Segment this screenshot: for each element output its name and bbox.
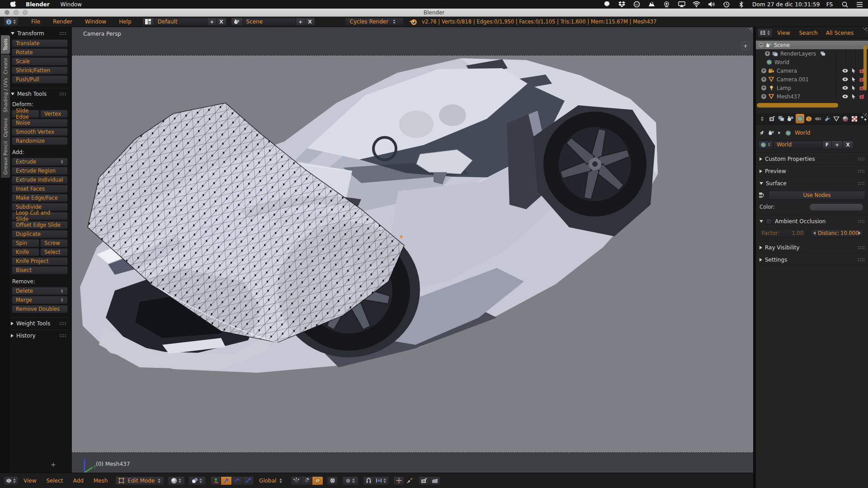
- visibility-eye-icon[interactable]: [842, 94, 848, 99]
- noise-button[interactable]: Noise: [12, 119, 68, 127]
- input-source-label[interactable]: FS: [826, 1, 833, 8]
- window-menu[interactable]: Window: [79, 19, 113, 25]
- tab-render[interactable]: [768, 114, 777, 123]
- screen-layout-name[interactable]: Default: [154, 18, 208, 26]
- pivot-center-button[interactable]: [189, 476, 206, 485]
- merge-button[interactable]: Merge: [12, 296, 68, 304]
- world-name-field[interactable]: World: [773, 141, 823, 149]
- properties-region-expand-button[interactable]: +: [741, 42, 750, 50]
- transform-panel-header[interactable]: Transform: [11, 30, 68, 37]
- screw-button[interactable]: Screw: [40, 239, 68, 247]
- dropbox-icon[interactable]: [618, 1, 626, 8]
- shelf-resize-plus[interactable]: +: [51, 461, 56, 468]
- shrink-fatten-button[interactable]: Shrink/Fatten: [12, 66, 68, 75]
- render-restrict-icon[interactable]: [859, 94, 865, 99]
- edge-select-button[interactable]: [302, 476, 312, 485]
- panel-grip[interactable]: [59, 92, 66, 96]
- orientation-select[interactable]: Global: [255, 476, 284, 485]
- breadcrumb-world-label[interactable]: World: [795, 130, 810, 136]
- history-panel-header[interactable]: History: [11, 332, 68, 339]
- tab-shading-uvs[interactable]: Shading / UVs: [1, 75, 10, 116]
- ambient-occlusion-panel-header[interactable]: Ambient Occlusion: [756, 217, 868, 225]
- wifi-icon[interactable]: [693, 1, 700, 8]
- viewport-shading-button[interactable]: [168, 476, 185, 485]
- outliner-row-world[interactable]: World: [756, 58, 868, 66]
- expand-icon[interactable]: +: [761, 94, 766, 99]
- scale-manipulator-button[interactable]: [243, 476, 254, 485]
- tab-options[interactable]: Options: [1, 115, 10, 140]
- panel-grip[interactable]: [858, 182, 864, 186]
- webcam-icon[interactable]: [663, 1, 670, 8]
- slide-edge-button[interactable]: Slide Edge: [12, 110, 39, 118]
- weight-tools-panel-header[interactable]: Weight Tools: [11, 320, 68, 327]
- preview-panel-header[interactable]: Preview: [756, 167, 868, 175]
- manipulator-align-button[interactable]: [404, 476, 415, 485]
- panel-grip[interactable]: [858, 220, 864, 224]
- spotlight-search-icon[interactable]: [841, 1, 849, 8]
- outliner-row-scene[interactable]: − Scene: [756, 41, 868, 49]
- translate-button[interactable]: Translate: [12, 39, 68, 47]
- visibility-eye-icon[interactable]: [842, 86, 848, 90]
- render-menu[interactable]: Render: [47, 19, 79, 25]
- rotate-manipulator-button[interactable]: [232, 476, 243, 485]
- tab-material[interactable]: [841, 114, 850, 123]
- increment-arrow-icon[interactable]: [859, 231, 861, 235]
- delete-button[interactable]: Delete: [12, 287, 68, 295]
- help-menu[interactable]: Help: [113, 19, 137, 25]
- delete-layout-button[interactable]: X: [217, 18, 226, 26]
- viewport-3d[interactable]: Camera Persp +: [72, 27, 753, 473]
- spin-button[interactable]: Spin: [12, 239, 39, 247]
- smooth-vertex-button[interactable]: Smooth Vertex: [12, 128, 68, 136]
- ray-visibility-panel-header[interactable]: Ray Visibility: [756, 244, 868, 252]
- tab-render-layers[interactable]: [777, 114, 786, 123]
- mesh-tools-panel-header[interactable]: Mesh Tools: [11, 90, 68, 98]
- scene-mini-icon[interactable]: [768, 130, 774, 136]
- selectability-cursor-icon[interactable]: [852, 68, 856, 73]
- outliner-display-filter-select[interactable]: All Scenes: [822, 28, 858, 38]
- world-color-swatch[interactable]: [809, 203, 863, 211]
- tab-create[interactable]: Create: [1, 55, 10, 78]
- outliner-horizontal-scrollbar[interactable]: [757, 103, 838, 108]
- visibility-eye-icon[interactable]: [842, 69, 848, 73]
- ao-factor-slider[interactable]: Factor: 1.00: [758, 229, 807, 238]
- outliner-row-lamp[interactable]: + Lamp: [756, 84, 868, 92]
- add-scene-button[interactable]: +: [296, 18, 306, 26]
- selectability-cursor-icon[interactable]: [852, 94, 856, 99]
- expand-icon[interactable]: +: [761, 68, 766, 73]
- ao-distance-field[interactable]: Distanc: 10.000: [810, 229, 864, 238]
- selectability-cursor-icon[interactable]: [852, 85, 856, 90]
- opengl-render-anim-button[interactable]: [429, 476, 440, 485]
- selectability-cursor-icon[interactable]: [852, 77, 856, 82]
- ambient-occlusion-checkbox[interactable]: [766, 219, 772, 225]
- outliner-row-mesh437[interactable]: + Mesh437: [756, 92, 868, 101]
- fake-user-button[interactable]: F: [823, 141, 832, 149]
- file-menu[interactable]: File: [25, 19, 47, 25]
- bluetooth-icon[interactable]: [737, 1, 745, 8]
- tab-world[interactable]: [796, 114, 804, 123]
- region-resize-grip[interactable]: [746, 28, 753, 34]
- scene-name[interactable]: Scene: [243, 18, 296, 26]
- tab-object[interactable]: [805, 114, 813, 123]
- extrude-individual-button[interactable]: Extrude Individual: [12, 176, 68, 184]
- menubar-app-menu[interactable]: Blender: [26, 1, 50, 8]
- knife-button[interactable]: Knife: [12, 248, 39, 256]
- remove-doubles-button[interactable]: Remove Doubles: [12, 305, 68, 313]
- world-browse-button[interactable]: [758, 141, 773, 149]
- camera-frame[interactable]: [72, 55, 753, 453]
- add-menu[interactable]: Add: [68, 478, 89, 484]
- properties-editor-type-button[interactable]: [757, 114, 768, 123]
- tab-grease-pencil[interactable]: Grease Pencil: [1, 138, 10, 178]
- loop-cut-slide-button[interactable]: Loop Cut and Slide: [12, 212, 68, 220]
- translate-manipulator-button[interactable]: [221, 476, 232, 485]
- menubar-clock[interactable]: Dom 27 de dic 10:31:59: [752, 1, 820, 8]
- push-pull-button[interactable]: Push/Pull: [12, 75, 68, 84]
- origami-app-icon[interactable]: [648, 1, 656, 8]
- panel-grip[interactable]: [59, 322, 66, 326]
- editor-type-button[interactable]: [4, 476, 19, 485]
- add-layout-button[interactable]: +: [208, 18, 217, 26]
- manipulator-toggle-button[interactable]: [210, 476, 221, 485]
- expand-icon[interactable]: +: [761, 77, 766, 82]
- outliner-view-menu[interactable]: View: [773, 30, 794, 36]
- new-world-button[interactable]: +: [832, 141, 843, 149]
- duplicate-button[interactable]: Duplicate: [12, 230, 68, 238]
